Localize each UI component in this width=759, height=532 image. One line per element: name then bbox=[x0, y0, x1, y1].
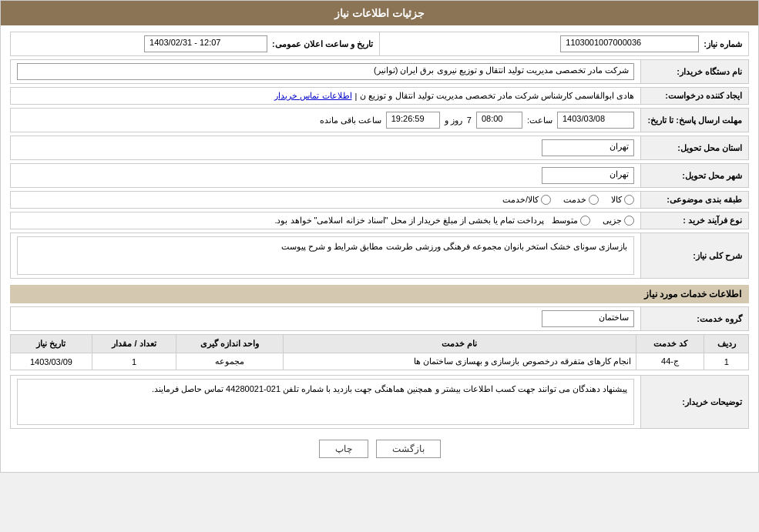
creator-value: هادی ابوالقاسمی کارشناس شرکت مادر تخصصی … bbox=[11, 88, 640, 104]
services-section-title: اطلاعات خدمات مورد نیاز bbox=[10, 285, 749, 303]
service-group-input: ساختمان bbox=[542, 310, 634, 327]
service-group-value: ساختمان bbox=[11, 307, 640, 330]
purchase-type-motavasset: متوسط bbox=[552, 216, 590, 226]
action-buttons: بازگشت چاپ bbox=[10, 432, 749, 466]
need-description-value: بازسازی سونای خشک استخر بانوان مجموعه فر… bbox=[11, 233, 640, 278]
need-description-label: شرح کلی نیاز: bbox=[640, 233, 748, 278]
page-title: جزئیات اطلاعات نیاز bbox=[1, 1, 758, 25]
creator-row: ایجاد کننده درخواست: هادی ابوالقاسمی کار… bbox=[10, 87, 749, 105]
buyer-notes-row: توضیحات خریدار: پیشنهاد دهندگان می توانن… bbox=[10, 375, 749, 429]
buyer-notes-text: پیشنهاد دهندگان می توانند جهت کسب اطلاعا… bbox=[17, 379, 634, 425]
category-option-both: کالا/خدمت bbox=[502, 195, 551, 205]
response-date: 1403/03/08 bbox=[557, 112, 634, 129]
category-option-kala: کالا bbox=[611, 195, 634, 205]
need-number-label: شماره نیاز: bbox=[704, 39, 742, 49]
province-row: استان محل تحویل: تهران bbox=[10, 136, 749, 160]
page-content: شماره نیاز: 1103001007000036 تاریخ و ساع… bbox=[1, 25, 758, 472]
category-value: کالا خدمت کالا/خدمت bbox=[11, 192, 640, 208]
deadline-value: 1403/03/08 ساعت: 08:00 7 روز و 19:26:59 … bbox=[11, 109, 640, 132]
announce-date-label: تاریخ و ساعت اعلان عمومی: bbox=[272, 39, 373, 49]
category-label-khedmat: خدمت bbox=[563, 195, 586, 205]
main-container: جزئیات اطلاعات نیاز شماره نیاز: 11030010… bbox=[0, 0, 759, 473]
purchase-type-radio-jozi[interactable] bbox=[624, 216, 634, 226]
buyer-org-input: شرکت مادر تخصصی مدیریت تولید انتقال و تو… bbox=[17, 63, 634, 80]
city-label: شهر محل تحویل: bbox=[640, 164, 748, 187]
purchase-type-radio-motavasset[interactable] bbox=[580, 216, 590, 226]
service-group-row: گروه خدمت: ساختمان bbox=[10, 306, 749, 331]
deadline-label: مهلت ارسال پاسخ: تا تاریخ: bbox=[640, 109, 748, 132]
buyer-org-row: نام دستگاه خریدار: شرکت مادر تخصصی مدیری… bbox=[10, 59, 749, 84]
purchase-type-note: پرداخت تمام یا بخشی از مبلغ خریدار از مح… bbox=[274, 216, 544, 226]
col-name: نام خدمت bbox=[283, 335, 636, 353]
contact-link[interactable]: اطلاعات تماس خریدار bbox=[274, 91, 351, 101]
days-value: 7 bbox=[467, 115, 472, 125]
days-label: روز و bbox=[445, 115, 462, 125]
creator-text: هادی ابوالقاسمی کارشناس شرکت مادر تخصصی … bbox=[360, 91, 634, 101]
need-number-value: 1103001007000036 bbox=[560, 35, 699, 52]
buyer-notes-value: پیشنهاد دهندگان می توانند جهت کسب اطلاعا… bbox=[11, 376, 640, 428]
cell-date: 1403/03/09 bbox=[11, 353, 92, 370]
city-value: تهران bbox=[11, 164, 640, 187]
back-button[interactable]: بازگشت bbox=[376, 440, 441, 458]
col-date: تاریخ نیاز bbox=[11, 335, 92, 353]
cell-row: 1 bbox=[704, 353, 749, 370]
buyer-org-label: نام دستگاه خریدار: bbox=[640, 60, 748, 83]
cell-unit: مجموعه bbox=[176, 353, 284, 370]
table-row: 1 ج-44 انجام کارهای متفرقه درخصوص بازساز… bbox=[11, 353, 749, 370]
response-time: 08:00 bbox=[476, 112, 522, 129]
cell-name: انجام کارهای متفرقه درخصوص بازسازی و بهس… bbox=[283, 353, 636, 370]
city-input: تهران bbox=[542, 167, 634, 184]
category-radio-kala[interactable] bbox=[624, 195, 634, 205]
province-label: استان محل تحویل: bbox=[640, 136, 748, 159]
service-group-label: گروه خدمت: bbox=[640, 307, 748, 330]
purchase-type-label-motavasset: متوسط bbox=[552, 216, 578, 226]
buyer-org-value: شرکت مادر تخصصی مدیریت تولید انتقال و تو… bbox=[11, 60, 640, 83]
category-radio-group: کالا خدمت کالا/خدمت bbox=[502, 195, 634, 205]
purchase-type-row: نوع فرآیند خرید : جزیی متوسط پرداخت تمام… bbox=[10, 212, 749, 229]
province-value: تهران bbox=[11, 136, 640, 159]
category-label-kala: کالا bbox=[611, 195, 622, 205]
col-code: کد خدمت bbox=[636, 335, 704, 353]
deadline-row: مهلت ارسال پاسخ: تا تاریخ: 1403/03/08 سا… bbox=[10, 108, 749, 132]
col-qty: تعداد / مقدار bbox=[92, 335, 176, 353]
province-input: تهران bbox=[542, 139, 634, 156]
remaining-label: ساعت باقی مانده bbox=[320, 115, 381, 125]
table-header-row: ردیف کد خدمت نام خدمت واحد اندازه گیری ت… bbox=[11, 335, 749, 353]
need-description-row: شرح کلی نیاز: بازسازی سونای خشک استخر با… bbox=[10, 233, 749, 279]
purchase-type-label: نوع فرآیند خرید : bbox=[640, 212, 748, 229]
category-radio-khedmat[interactable] bbox=[589, 195, 599, 205]
need-number-section: شماره نیاز: 1103001007000036 bbox=[379, 32, 748, 55]
category-label: طبقه بندی موضوعی: bbox=[640, 192, 748, 208]
col-row: ردیف bbox=[704, 335, 749, 353]
need-number-row: شماره نیاز: 1103001007000036 تاریخ و ساع… bbox=[10, 32, 749, 56]
purchase-type-value: جزیی متوسط پرداخت تمام یا بخشی از مبلغ خ… bbox=[11, 212, 640, 229]
purchase-type-label-jozi: جزیی bbox=[603, 216, 622, 226]
buyer-notes-label: توضیحات خریدار: bbox=[640, 376, 748, 428]
services-table: ردیف کد خدمت نام خدمت واحد اندازه گیری ت… bbox=[10, 334, 749, 370]
services-table-wrapper: ردیف کد خدمت نام خدمت واحد اندازه گیری ت… bbox=[10, 334, 749, 370]
cell-code: ج-44 bbox=[636, 353, 704, 370]
category-row: طبقه بندی موضوعی: کالا خدمت کالا/خدمت bbox=[10, 191, 749, 209]
announce-date-value: 1403/02/31 - 12:07 bbox=[144, 35, 267, 52]
category-label-both: کالا/خدمت bbox=[502, 195, 539, 205]
time-label: ساعت: bbox=[527, 115, 552, 125]
announce-date-section: تاریخ و ساعت اعلان عمومی: 1403/02/31 - 1… bbox=[11, 32, 379, 55]
city-row: شهر محل تحویل: تهران bbox=[10, 163, 749, 188]
remaining-time: 19:26:59 bbox=[386, 112, 440, 129]
category-option-khedmat: خدمت bbox=[563, 195, 599, 205]
cell-qty: 1 bbox=[92, 353, 176, 370]
creator-label: ایجاد کننده درخواست: bbox=[640, 88, 748, 104]
category-radio-both[interactable] bbox=[541, 195, 551, 205]
print-button[interactable]: چاپ bbox=[319, 440, 368, 458]
purchase-type-jozi: جزیی bbox=[603, 216, 634, 226]
purchase-type-radio-group: جزیی متوسط bbox=[552, 216, 634, 226]
need-description-text: بازسازی سونای خشک استخر بانوان مجموعه فر… bbox=[17, 236, 634, 275]
page-title-text: جزئیات اطلاعات نیاز bbox=[334, 7, 425, 19]
creator-separator: | bbox=[355, 92, 358, 101]
col-unit: واحد اندازه گیری bbox=[176, 335, 284, 353]
